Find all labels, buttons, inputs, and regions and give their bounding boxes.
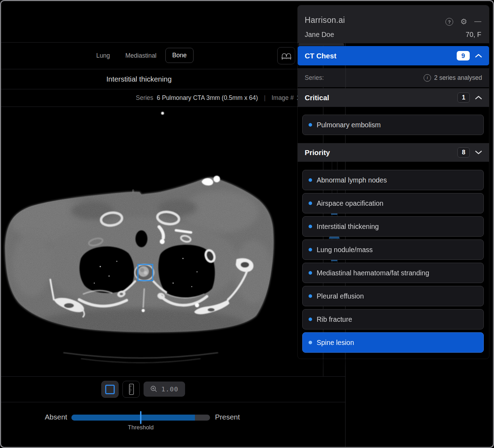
threshold-marker[interactable] (140, 411, 141, 424)
help-icon[interactable]: ? (445, 18, 453, 26)
finding-bullet-icon (309, 201, 312, 205)
patient-age-sex: 70, F (466, 31, 481, 39)
threshold-absent-label: Absent (28, 413, 67, 421)
finding-bullet-icon (309, 225, 312, 228)
ct-annotation: 8 (132, 189, 134, 194)
finding-bullet-icon (309, 271, 312, 275)
threshold-track[interactable] (71, 415, 210, 421)
series-row: Series: i 2 series analysed (298, 68, 489, 87)
settings-icon[interactable]: ⚙ (460, 18, 467, 26)
background-divider (0, 376, 345, 377)
series-label: Series (136, 94, 153, 102)
brand-logo: Harrison.ai (305, 15, 345, 25)
image-number-label: Image # (272, 94, 294, 102)
priority-header[interactable]: Priority 8 (298, 143, 489, 162)
priority-title: Priority (305, 148, 330, 157)
finding-title: Interstitial thickening (0, 69, 278, 89)
info-icon[interactable]: i (424, 74, 431, 82)
finding-item-abnormal-lymph-nodes[interactable]: Abnormal lymph nodes (302, 170, 484, 190)
tab-mediastinal[interactable]: Mediastinal (119, 48, 163, 63)
finding-bullet-icon (309, 341, 312, 344)
critical-title: Critical (305, 94, 329, 102)
finding-bullet-icon (309, 294, 312, 298)
finding-bullet-icon (309, 318, 312, 321)
arch-ruler-icon (280, 51, 293, 61)
tab-lung[interactable]: Lung (90, 48, 116, 63)
finding-item-mediastinal-haematoma[interactable]: Mediastinal haematoma/fat stranding (302, 263, 484, 283)
background-divider (0, 402, 345, 402)
ct-table-lines (63, 353, 218, 363)
measure-button[interactable] (277, 47, 295, 64)
finding-bullet-icon (309, 248, 312, 251)
finding-item-interstitial-thickening[interactable]: Interstitial thickening (302, 216, 484, 237)
roi-box-icon (105, 385, 115, 394)
minimize-icon[interactable]: — (474, 18, 481, 25)
chevron-up-icon[interactable] (475, 54, 482, 58)
series-separator: | (264, 94, 266, 102)
study-title: CT Chest (305, 52, 336, 60)
finding-item-airspace-opacification[interactable]: Airspace opacification (302, 193, 484, 213)
priority-count-badge: 8 (457, 147, 470, 158)
ruler-tool-button[interactable] (122, 381, 140, 398)
series-value[interactable]: 6 Pulmonary CTA 3mm (0.5mm x 64) (157, 94, 258, 102)
finding-item-pulmonary-embolism[interactable]: Pulmonary embolism (302, 115, 484, 135)
series-analysed-text: 2 series analysed (434, 74, 482, 82)
threshold-caption: Threshold (71, 424, 210, 431)
chevron-down-icon[interactable] (475, 151, 482, 154)
zoom-control[interactable]: 1.00 (144, 382, 185, 397)
study-bar[interactable]: CT Chest 9 (298, 46, 489, 65)
series-bar: Series 6 Pulmonary CTA 3mm (0.5mm x 64) … (136, 89, 300, 106)
threshold-fill (71, 415, 195, 421)
ct-viewport[interactable]: 8 (0, 107, 345, 376)
critical-header[interactable]: Critical 1 (298, 88, 489, 107)
critical-count-badge: 1 (457, 92, 470, 103)
ct-trachea (135, 230, 147, 247)
finding-item-spine-lesion[interactable]: Spine lesion (302, 332, 484, 353)
zoom-in-icon (150, 385, 158, 393)
ct-speck (161, 112, 164, 115)
study-count-badge: 9 (457, 51, 470, 60)
ruler-icon (127, 383, 135, 395)
threshold-present-label: Present (215, 413, 240, 421)
background-divider (0, 42, 345, 43)
finding-item-lung-nodule-mass[interactable]: Lung nodule/mass (302, 239, 484, 260)
series-row-divider (346, 68, 346, 87)
tab-bone[interactable]: Bone (165, 48, 194, 63)
panel-header: Harrison.ai ? ⚙ — Jane Doe 70, F (298, 5, 489, 43)
harrison-panel: Harrison.ai ? ⚙ — Jane Doe 70, F CT Ches… (297, 5, 489, 359)
zoom-value: 1.00 (161, 385, 178, 393)
finding-item-rib-fracture[interactable]: Rib fracture (302, 309, 484, 329)
finding-bullet-icon (309, 178, 312, 182)
finding-item-pleural-effusion[interactable]: Pleural effusion (302, 286, 484, 306)
chevron-up-icon[interactable] (475, 96, 482, 100)
roi-tool-button[interactable] (101, 381, 119, 398)
patient-name: Jane Doe (305, 31, 334, 39)
finding-bullet-icon (309, 123, 312, 127)
series-row-label: Series: (305, 74, 324, 82)
